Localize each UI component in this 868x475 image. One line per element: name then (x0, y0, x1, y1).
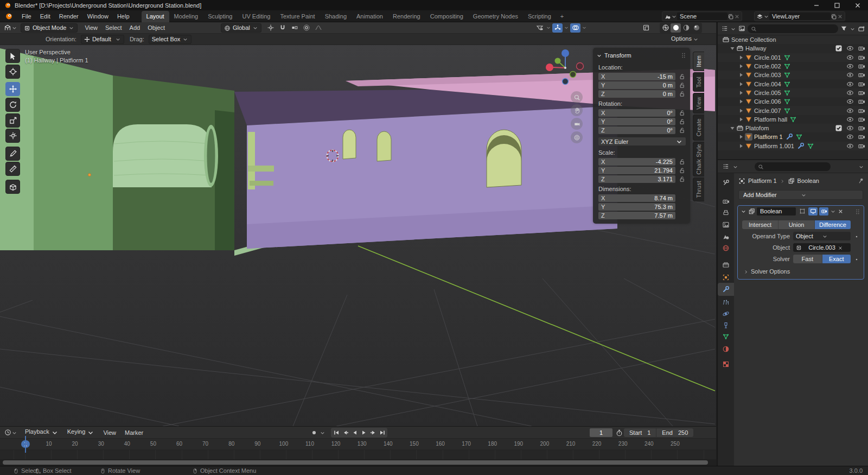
current-frame-field[interactable]: 1 (590, 428, 612, 437)
properties-tab-output[interactable] (718, 206, 734, 219)
collapse-modifier-icon[interactable] (741, 208, 746, 215)
auto-keying-button[interactable] (309, 428, 318, 437)
workspace-tab-uv-editing[interactable]: UV Editing (237, 11, 275, 22)
realtime-display-toggle-icon[interactable] (808, 207, 818, 216)
menu-window[interactable]: Window (83, 11, 113, 21)
outliner-row-circle-005[interactable]: Circle.005 (718, 88, 868, 97)
view-layer-name[interactable]: ViewLayer (769, 12, 831, 20)
lock-open-icon[interactable] (678, 167, 686, 174)
solver-exact-button[interactable]: Exact (822, 255, 851, 263)
timeline-menu-view[interactable]: View (99, 428, 120, 438)
render-display-toggle-icon[interactable] (819, 207, 828, 216)
play-reverse-button[interactable] (350, 428, 359, 437)
delete-modifier-icon[interactable] (838, 208, 844, 215)
dimensions-z-field[interactable]: Z7.57 m (598, 212, 675, 219)
jump-to-start-button[interactable] (331, 428, 341, 437)
viewport-menu-object[interactable]: Object (144, 23, 169, 33)
modifier-extras-icon[interactable] (830, 208, 836, 215)
workspace-tab-animation[interactable]: Animation (352, 11, 388, 22)
arched-door-1[interactable] (343, 130, 356, 159)
timeline-editor-type-icon[interactable] (4, 429, 11, 436)
tool-add-cube-button[interactable] (5, 180, 20, 194)
viewport-menu-select[interactable]: Select (101, 23, 126, 33)
dimensions-y-field[interactable]: Y75.3 m (598, 203, 675, 211)
operation-union-button[interactable]: Union (778, 220, 815, 229)
snap-target-button[interactable] (290, 23, 300, 33)
scene-selector[interactable]: Scene (662, 11, 742, 21)
hide-eye-icon[interactable] (846, 116, 854, 123)
menu-file[interactable]: File (17, 11, 36, 21)
scale-x-field[interactable]: X-4.225 (598, 158, 675, 166)
hide-eye-icon[interactable] (846, 62, 854, 70)
edit-mode-toggle-icon[interactable] (797, 207, 807, 216)
pin-icon[interactable] (858, 177, 864, 184)
hide-eye-icon[interactable] (846, 142, 854, 150)
orientation-dropdown[interactable]: Global (221, 23, 261, 33)
timeline-menu-marker[interactable]: Marker (120, 428, 148, 438)
next-keyframe-button[interactable] (368, 428, 378, 437)
hide-eye-icon[interactable] (846, 80, 854, 88)
gizmos-toggle-button[interactable] (552, 23, 563, 33)
workspace-tab-scripting[interactable]: Scripting (523, 11, 556, 22)
workspace-tab-geometry-nodes[interactable]: Geometry Nodes (468, 11, 523, 22)
editor-type-icon[interactable] (4, 24, 11, 31)
timeline-menu-keying[interactable]: Keying (63, 427, 99, 438)
lock-open-icon[interactable] (678, 109, 686, 117)
tool-rotate-button[interactable] (5, 98, 20, 112)
menu-render[interactable]: Render (55, 11, 83, 21)
properties-tab-material[interactable] (718, 343, 734, 356)
outliner-search-input[interactable] (748, 24, 838, 33)
lock-open-icon[interactable] (678, 118, 686, 125)
add-workspace-button[interactable]: + (556, 11, 568, 22)
outliner-row-circle-004[interactable]: Circle.004 (718, 79, 868, 88)
shading-solid-button[interactable] (671, 23, 681, 33)
workspace-tab-shading[interactable]: Shading (320, 11, 352, 22)
menu-edit[interactable]: Edit (36, 11, 55, 21)
viewport-menu-view[interactable]: View (81, 23, 101, 33)
properties-tab-view-layer[interactable] (718, 218, 734, 231)
proportional-editing-button[interactable] (302, 23, 312, 33)
viewport-canvas[interactable]: User Perspective (1) Hallway | Platfiorm… (0, 45, 716, 426)
properties-options-icon[interactable] (858, 163, 864, 170)
animate-dot-icon[interactable] (854, 256, 859, 262)
properties-tab-data[interactable] (718, 330, 734, 343)
overlays-dropdown-icon[interactable] (582, 24, 587, 31)
hide-eye-icon[interactable] (846, 98, 854, 105)
operand-type-dropdown[interactable]: Object (793, 232, 851, 240)
disable-render-icon[interactable] (858, 98, 865, 105)
render-preview-icon[interactable] (641, 23, 651, 33)
gizmo-z-axis[interactable] (561, 49, 569, 57)
gizmo-z-neg-axis[interactable] (563, 79, 569, 85)
disable-render-icon[interactable] (858, 124, 865, 132)
timeline-tracks[interactable] (0, 450, 716, 459)
overlays-toggle-button[interactable] (570, 23, 580, 33)
outliner-row-platform-hall[interactable]: Platform hall (718, 115, 868, 124)
disable-render-icon[interactable] (858, 116, 865, 123)
properties-search-input[interactable] (755, 162, 831, 171)
drag-handle-icon[interactable] (680, 52, 687, 59)
disable-render-icon[interactable] (858, 54, 865, 61)
pivot-point-button[interactable] (266, 23, 276, 33)
lock-open-icon[interactable] (678, 158, 686, 166)
outliner-row-platfiorm-1-001[interactable]: Platfiorm 1.001 (718, 142, 868, 150)
new-layer-icon[interactable] (831, 12, 837, 20)
playhead[interactable] (25, 436, 26, 453)
sidebar-tab-create[interactable]: Create (693, 115, 704, 141)
timeline-ruler[interactable]: 1 10203040506070809010011012013014015016… (0, 439, 716, 450)
mode-dropdown[interactable]: Object Mode (21, 23, 78, 33)
workspace-tab-layout[interactable]: Layout (142, 11, 169, 22)
collapse-panel-icon[interactable] (596, 52, 602, 59)
modifier-drag-handle-icon[interactable] (854, 208, 861, 215)
jump-to-end-button[interactable] (378, 428, 387, 437)
breadcrumb-modifier[interactable]: Boolean (797, 178, 819, 184)
visibility-dropdown-icon[interactable] (546, 24, 551, 31)
shading-material-preview-button[interactable] (681, 23, 691, 33)
close-button[interactable] (847, 0, 868, 10)
location-y-field[interactable]: Y0 m (598, 81, 675, 89)
remove-layer-icon[interactable] (837, 13, 843, 20)
tool-annotate-button[interactable] (5, 147, 20, 161)
location-x-field[interactable]: X-15 m (598, 73, 675, 80)
outliner-filter-icon[interactable] (840, 25, 847, 33)
rotation-y-field[interactable]: Y0° (598, 118, 675, 125)
add-modifier-button[interactable]: Add Modifier (738, 190, 863, 200)
